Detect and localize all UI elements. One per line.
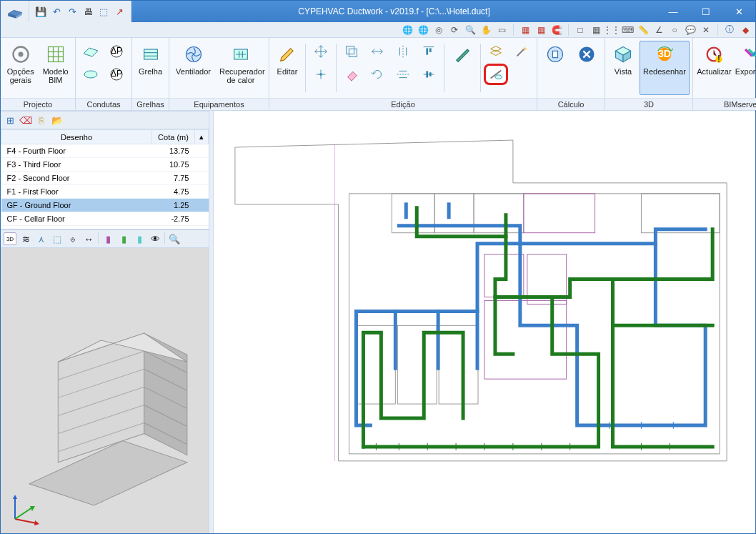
redesenhar-button[interactable]: 3D Redesenhar [640, 41, 690, 95]
floor-name: CF - Cellar Floor [1, 212, 152, 226]
table-row[interactable]: F4 - Fourth Floor13.75 [1, 144, 209, 158]
align-mid-button[interactable] [417, 64, 441, 85]
stretch-button[interactable] [365, 41, 389, 62]
circle-icon[interactable]: ○ [669, 24, 680, 36]
axis-icon[interactable]: ⋏ [35, 232, 48, 245]
secondary-toolbar: 🌐 🌐 ◎ ⟳ 🔍 ✋ ▭ ▦ ▦ 🧲 □ ▦ ⋮⋮ ⌨ 📏 ∠ ○ 💬 ✕ ⓘ… [1, 22, 755, 38]
floor-cota: 4.75 [152, 185, 195, 199]
grid2-icon[interactable]: ▦ [535, 24, 547, 36]
table-row[interactable]: GF - Ground Floor1.25 [1, 199, 209, 212]
scroll-header: ▴ [195, 130, 209, 144]
editar-button[interactable]: Editar [272, 41, 302, 95]
section-slash-button[interactable] [484, 64, 508, 85]
svg-rect-5 [48, 47, 63, 62]
svg-rect-81 [439, 326, 478, 405]
cyan-icon[interactable]: ▮ [133, 232, 146, 245]
delete-floor-icon[interactable]: ⌫ [19, 114, 32, 127]
move-point-button[interactable] [309, 64, 333, 85]
delete-calc-button[interactable] [572, 41, 602, 95]
col-desenho[interactable]: Desenho [1, 130, 152, 144]
svg-rect-31 [426, 71, 428, 77]
ruler-icon[interactable]: 📏 [637, 24, 649, 36]
ventilador-button[interactable]: Ventilador [172, 41, 214, 95]
magnet-icon[interactable]: 🧲 [551, 24, 562, 36]
layers-button[interactable] [484, 41, 508, 62]
svg-text:!: ! [717, 53, 720, 64]
drawing-canvas[interactable] [214, 111, 755, 533]
add-floor-icon[interactable]: ⊞ [4, 114, 16, 127]
export-icon[interactable]: ↗ [114, 6, 125, 17]
target-icon[interactable]: ◎ [433, 24, 444, 36]
erase-button[interactable] [339, 64, 364, 85]
refresh-icon[interactable]: ⟳ [449, 24, 460, 36]
grelha-button[interactable]: Grelha [135, 41, 166, 95]
calc-icon [544, 43, 567, 66]
pan-icon[interactable]: ✋ [480, 24, 492, 36]
angle-icon[interactable]: ∠ [653, 24, 665, 36]
recuperador-button[interactable]: Recuperador de calor [216, 41, 266, 95]
square-icon[interactable]: □ [575, 24, 586, 36]
home-icon[interactable]: ⟐ [66, 232, 79, 245]
close-button[interactable]: ✕ [722, 1, 755, 22]
about-icon[interactable]: ◆ [740, 24, 751, 36]
keyboard-icon[interactable]: ⌨ [622, 24, 633, 36]
redo-icon[interactable]: ↷ [66, 6, 78, 17]
grid-model-icon [44, 43, 67, 66]
floor-cota: 7.75 [152, 172, 195, 185]
floors-table[interactable]: Desenho Cota (m) ▴ F4 - Fourth Floor13.7… [1, 129, 209, 229]
svg-line-68 [15, 508, 32, 519]
globe-icon[interactable]: 🌐 [417, 24, 429, 36]
dp-rect-button[interactable]: ΔP [104, 41, 129, 62]
minimize-button[interactable]: — [657, 1, 690, 22]
table-row[interactable]: F3 - Third Floor10.75 [1, 158, 209, 172]
brush-button[interactable] [447, 41, 477, 95]
table-row[interactable]: F2 - Second Floor7.75 [1, 172, 209, 185]
preview-3d[interactable] [1, 248, 209, 533]
print-icon[interactable]: 🖶 [82, 6, 94, 17]
chat-icon[interactable]: 💬 [685, 24, 696, 36]
zoom-icon[interactable]: 🔍 [168, 232, 181, 245]
tools-icon[interactable]: ✕ [700, 24, 712, 36]
opcoes-gerais-button[interactable]: Opções gerais [4, 41, 37, 95]
paste-floor-icon[interactable]: 📂 [51, 114, 64, 127]
copy-layers-button[interactable] [339, 41, 364, 62]
view3d-icon[interactable]: 3D [4, 232, 16, 245]
globe-refresh-icon[interactable]: 🌐 [402, 24, 413, 36]
purple-icon[interactable]: ▮ [101, 232, 114, 245]
help-icon[interactable]: ⓘ [724, 24, 735, 36]
dp-round-button[interactable]: ΔP [104, 64, 129, 85]
table-row[interactable]: F1 - First Floor4.75 [1, 185, 209, 199]
undo-icon[interactable]: ↶ [51, 6, 62, 17]
grid-icon[interactable]: ▦ [590, 24, 602, 36]
align-top-button[interactable] [417, 41, 441, 62]
vista-3d-button[interactable]: Vista [608, 41, 638, 95]
dots-icon[interactable]: ⋮⋮ [606, 24, 617, 36]
move-button[interactable] [309, 41, 333, 62]
calcular-button[interactable] [540, 41, 570, 95]
content-area: ⊞ ⌫ ⎘ 📂 Desenho Cota (m) ▴ F4 - Fourth F… [1, 111, 755, 533]
exportar-button[interactable]: Exportar [734, 41, 756, 95]
zoom-fit-icon[interactable]: 🔍 [464, 24, 476, 36]
wand-button[interactable] [509, 41, 534, 62]
duct-round-button[interactable] [79, 64, 103, 85]
green-icon[interactable]: ▮ [117, 232, 130, 245]
layers-view-icon[interactable]: ≋ [19, 232, 32, 245]
box3d-icon[interactable]: ⬚ [51, 232, 64, 245]
eye-icon[interactable]: 👁 [149, 232, 161, 245]
mirror-v-button[interactable] [391, 41, 415, 62]
grid1-icon[interactable]: ▦ [519, 24, 531, 36]
measure-icon[interactable]: ↔ [82, 232, 95, 245]
actualizar-button[interactable]: ! Actualizar [696, 41, 732, 95]
rotate-button[interactable] [365, 64, 389, 85]
copy-floor-icon[interactable]: ⎘ [35, 114, 48, 127]
mirror-h-button[interactable] [391, 64, 415, 85]
maximize-button[interactable]: ☐ [690, 1, 722, 22]
save-icon[interactable]: 💾 [35, 6, 46, 17]
modelo-bim-button[interactable]: Modelo BIM [39, 41, 72, 95]
select-icon[interactable]: ▭ [496, 24, 507, 36]
col-cota[interactable]: Cota (m) [152, 130, 195, 144]
table-row[interactable]: CF - Cellar Floor-2.75 [1, 212, 209, 226]
box-icon[interactable]: ⬚ [98, 6, 109, 17]
duct-rect-button[interactable] [79, 41, 103, 62]
view3d-toolbar: 3D ≋ ⋏ ⬚ ⟐ ↔ ▮ ▮ ▮ 👁 🔍 [1, 229, 209, 248]
